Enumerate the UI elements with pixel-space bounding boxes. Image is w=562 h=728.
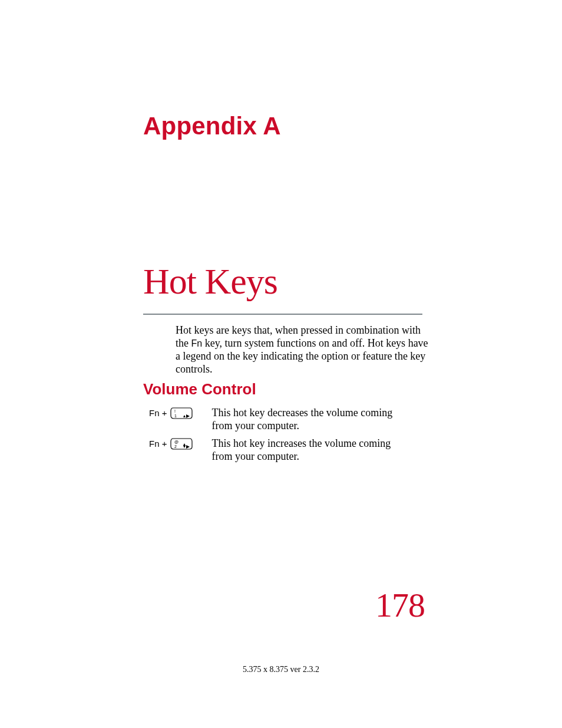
volume-down-icon [183,414,190,418]
keycap-1-icon: ! 1 [170,407,193,419]
svg-marker-3 [183,443,186,446]
page-title: Hot Keys [143,261,277,302]
hotkey-row-volume-down: Fn + ! 1 This hot key decreases the volu… [149,407,426,433]
hotkey-description: This hot key decreases the volume coming… [211,407,412,433]
svg-marker-2 [183,446,186,448]
volume-up-icon [183,443,190,449]
page: Appendix A Hot Keys Hot keys are keys th… [0,0,562,728]
section-heading-volume-control: Volume Control [143,380,256,398]
footer-text: 5.375 x 8.375 ver 2.3.2 [0,665,562,674]
page-number: 178 [375,585,425,625]
intro-text-2: key, turn system functions on and off. H… [176,337,428,375]
hotkey-row-volume-up: Fn + @ 2 This hot key increases the volu… [149,437,426,463]
key-bottom-char: 2 [174,444,177,449]
intro-paragraph: Hot keys are keys that, when pressed in … [176,324,430,376]
hotkey-description: This hot key increases the volume coming… [211,437,412,463]
key-top-char: @ [174,440,178,444]
fn-key-inline: Fn [191,338,203,348]
key-top-char: ! [174,409,176,413]
appendix-label: Appendix A [143,112,281,140]
title-rule [143,314,422,315]
svg-marker-4 [186,445,190,449]
fn-plus-label: Fn + [149,407,167,418]
key-bottom-char: 1 [174,414,177,418]
svg-marker-1 [186,414,190,418]
fn-plus-label: Fn + [149,437,167,449]
keycap-2-icon: @ 2 [170,438,193,450]
svg-marker-0 [183,415,186,417]
